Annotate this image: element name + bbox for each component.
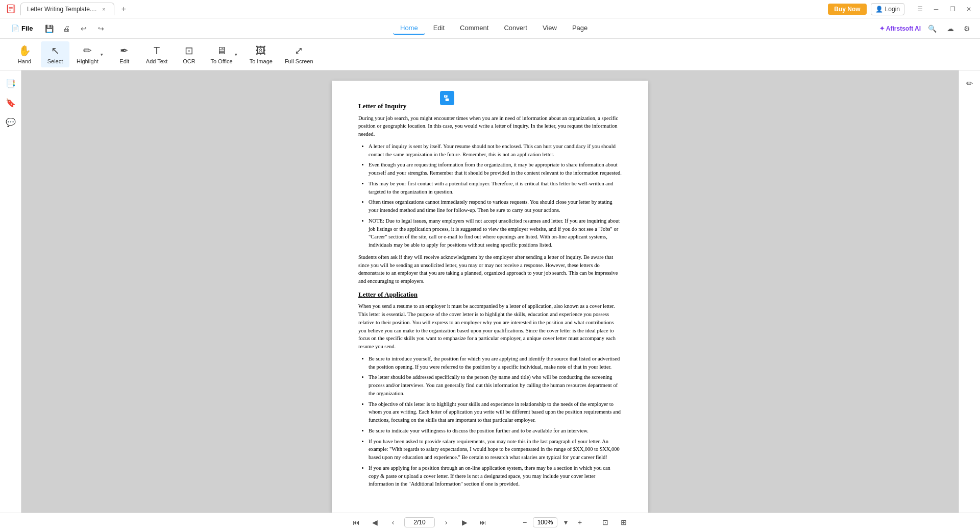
file-icon: 📄 — [11, 25, 19, 32]
to-office-button[interactable]: 🖥 To Office ▾ — [205, 42, 242, 67]
menubar: 📄 File 💾 🖨 ↩ ↪ Home Edit Comment Convert… — [0, 18, 980, 39]
right-sidebar-edit-icon[interactable]: ✏ — [961, 75, 978, 92]
last-page-button[interactable]: ⏭ — [476, 515, 490, 529]
menubar-icons: 💾 🖨 ↩ ↪ — [42, 21, 108, 36]
restore-button[interactable]: ❐ — [945, 2, 960, 16]
list-item: The objective of this letter is to highl… — [369, 400, 622, 424]
document-area[interactable]: Letter of Inquiry During your job search… — [21, 70, 959, 513]
left-sidebar: 📑 🔖 💬 — [0, 70, 21, 513]
select-tool-button[interactable]: ↖ Select — [41, 41, 69, 67]
ocr-button[interactable]: ⊡ OCR — [175, 41, 203, 67]
highlight-tool-button[interactable]: ✏ Highlight ▾ — [71, 41, 108, 67]
zoom-out-button[interactable]: − — [519, 516, 531, 528]
section1-intro: During your job search, you might encoun… — [358, 114, 622, 138]
list-item: If you are applying for a position throu… — [369, 464, 622, 488]
tab-home[interactable]: Home — [393, 22, 425, 35]
list-item: The letter should be addressed specifica… — [369, 373, 622, 397]
tooffice-dropdown-arrow[interactable]: ▾ — [235, 52, 237, 57]
first-page-button[interactable]: ⏮ — [349, 515, 363, 529]
edit-tool-button[interactable]: ✒ Edit — [110, 41, 139, 67]
svg-rect-9 — [446, 99, 449, 101]
tab-convert[interactable]: Convert — [497, 22, 534, 35]
list-item: A letter of inquiry is sent by itself. Y… — [369, 142, 622, 159]
save-button[interactable]: 💾 — [42, 21, 56, 36]
addtext-label: Add Text — [146, 58, 168, 64]
undo-button[interactable]: ↩ — [77, 21, 91, 36]
toimage-icon: 🖼 — [256, 45, 266, 57]
prev-button[interactable]: ‹ — [386, 515, 400, 529]
nav-tabs: Home Edit Comment Convert View Page — [393, 22, 595, 35]
minimize-button[interactable]: ─ — [929, 2, 943, 16]
search-button[interactable]: 🔍 — [925, 21, 939, 36]
hand-icon: ✋ — [18, 44, 31, 57]
tab-title: Letter Writing Template.... — [27, 6, 96, 13]
select-label: Select — [47, 58, 63, 64]
hand-label: Hand — [18, 58, 31, 64]
sidebar-thumbnails-icon[interactable]: 📑 — [2, 75, 19, 92]
list-item: Be sure to introduce yourself, the posit… — [369, 355, 622, 371]
svg-rect-7 — [445, 95, 447, 96]
login-button[interactable]: 👤 Login — [871, 3, 904, 15]
list-item: If you have been asked to provide salary… — [369, 438, 622, 462]
cloud-icon[interactable]: ☁ — [943, 21, 958, 36]
section2-intro: When you send a resume to an employer it… — [358, 302, 622, 351]
print-button[interactable]: 🖨 — [59, 21, 74, 36]
tab-view[interactable]: View — [535, 22, 564, 35]
close-button[interactable]: ✕ — [962, 2, 976, 16]
fullscreen-icon: ⤢ — [295, 44, 303, 57]
zoom-dropdown-button[interactable]: ▾ — [559, 516, 572, 528]
main-layout: 📑 🔖 💬 Letter of Inquiry During your job … — [0, 70, 980, 513]
tab-page[interactable]: Page — [565, 22, 595, 35]
add-text-button[interactable]: T Add Text — [141, 42, 173, 67]
to-image-button[interactable]: 🖼 To Image — [244, 42, 278, 67]
sidebar-bookmarks-icon[interactable]: 🔖 — [2, 94, 19, 111]
page-input[interactable] — [404, 517, 435, 527]
redo-button[interactable]: ↪ — [94, 21, 108, 36]
buy-now-button[interactable]: Buy Now — [828, 4, 866, 15]
tab-close-button[interactable]: × — [100, 5, 108, 13]
fullscreen-button[interactable]: ⤢ Full Screen — [280, 41, 318, 67]
zoom-value: 100% — [533, 517, 557, 527]
sidebar-comments-icon[interactable]: 💬 — [2, 113, 19, 131]
document-page: Letter of Inquiry During your job search… — [332, 81, 648, 513]
next-button[interactable]: › — [439, 515, 453, 529]
ocr-icon: ⊡ — [185, 44, 193, 57]
chat-floating-icon[interactable] — [440, 91, 454, 105]
section1-bullets: A letter of inquiry is sent by itself. Y… — [369, 142, 622, 249]
tab-comment[interactable]: Comment — [453, 22, 496, 35]
fit-page-button[interactable]: ⊡ — [598, 515, 612, 529]
section2-title: Letter of Application — [358, 289, 622, 300]
section1-closing: Students often ask if they will receive … — [358, 253, 622, 285]
highlight-dropdown-arrow[interactable]: ▾ — [101, 52, 103, 57]
edit-label: Edit — [119, 58, 129, 64]
menubar-right: ✦ Afirstsoft AI 🔍 ☁ ⚙ — [879, 21, 974, 36]
ai-badge[interactable]: ✦ Afirstsoft AI — [879, 25, 921, 32]
svg-rect-8 — [445, 96, 446, 97]
settings-icon[interactable]: ⚙ — [960, 21, 974, 36]
titlebar: Letter Writing Template.... × + Buy Now … — [0, 0, 980, 18]
fullscreen-label: Full Screen — [285, 58, 313, 64]
edit-icon: ✒ — [120, 44, 129, 57]
list-item: Even though you are requesting informati… — [369, 161, 622, 177]
next-page-button[interactable]: ▶ — [457, 515, 472, 529]
user-icon: 👤 — [875, 6, 883, 13]
tooffice-icon: 🖥 — [216, 45, 227, 57]
select-icon: ↖ — [51, 44, 60, 57]
zoom-display: − 100% ▾ + — [519, 516, 586, 528]
section1-title: Letter of Inquiry — [358, 101, 622, 111]
statusbar: ⏮ ◀ ‹ › ▶ ⏭ − 100% ▾ + ⊡ ⊞ — [0, 513, 980, 531]
prev-page-button[interactable]: ◀ — [368, 515, 382, 529]
top-right-icons: ☁ ⚙ — [943, 21, 974, 36]
highlight-icon: ✏ — [83, 44, 92, 57]
new-tab-button[interactable]: + — [116, 2, 131, 16]
list-item: Be sure to indicate your willingness to … — [369, 427, 622, 435]
hamburger-button[interactable]: ☰ — [913, 2, 927, 16]
actual-size-button[interactable]: ⊞ — [617, 515, 631, 529]
hand-tool-button[interactable]: ✋ Hand — [10, 41, 39, 67]
zoom-in-button[interactable]: + — [574, 516, 586, 528]
file-menu[interactable]: 📄 File — [6, 22, 38, 34]
active-tab[interactable]: Letter Writing Template.... × — [20, 3, 114, 15]
highlight-label: Highlight — [77, 58, 99, 64]
tab-edit[interactable]: Edit — [426, 22, 452, 35]
list-item: Often times organizations cannot immedia… — [369, 198, 622, 214]
